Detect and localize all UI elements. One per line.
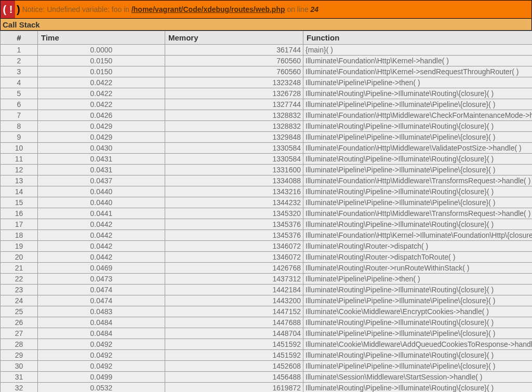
cell-time: 0.0431: [38, 154, 165, 165]
cell-time: 0.0442: [38, 241, 165, 252]
header-time: Time: [38, 31, 165, 45]
cell-function: Illuminate\Pipeline\Pipeline->Illuminate…: [303, 295, 533, 306]
cell-function: Illuminate\Pipeline\Pipeline->Illuminate…: [303, 165, 533, 175]
cell-memory: 1426768: [165, 263, 303, 274]
cell-memory: 1329848: [165, 132, 303, 143]
table-row: 40.04221323248Illuminate\Pipeline\Pipeli…: [1, 77, 533, 88]
cell-function: Illuminate\Pipeline\Pipeline->Illuminate…: [303, 197, 533, 208]
cell-time: 0.0442: [38, 219, 165, 230]
cell-function: Illuminate\Foundation\Http\Middleware\Tr…: [303, 208, 533, 219]
table-row: 20.0150760560Illuminate\Foundation\Http\…: [1, 56, 533, 66]
cell-num: 13: [1, 175, 38, 186]
table-row: 170.04421345376Illuminate\Routing\Pipeli…: [1, 219, 533, 230]
cell-time: 0.0442: [38, 252, 165, 263]
cell-time: 0.0483: [38, 306, 165, 317]
notice-message: Undefined variable: foo in: [47, 5, 129, 13]
cell-time: 0.0474: [38, 295, 165, 306]
cell-num: 19: [1, 241, 38, 252]
cell-function: Illuminate\Routing\Router->runRouteWithi…: [303, 263, 533, 274]
cell-time: 0.0492: [38, 350, 165, 361]
header-function: Function: [303, 31, 533, 45]
cell-time: 0.0440: [38, 186, 165, 197]
cell-memory: 1447152: [165, 306, 303, 317]
cell-function: Illuminate\Foundation\Http\Kernel->Illum…: [303, 230, 533, 241]
cell-function: Illuminate\Foundation\Http\Middleware\Va…: [303, 143, 533, 154]
cell-memory: 1345320: [165, 208, 303, 219]
cell-time: 0.0474: [38, 285, 165, 295]
table-row: 270.04841448704Illuminate\Pipeline\Pipel…: [1, 328, 533, 339]
cell-num: 23: [1, 285, 38, 295]
cell-function: Illuminate\Routing\Router->dispatchToRou…: [303, 252, 533, 263]
cell-time: 0.0422: [38, 99, 165, 110]
cell-time: 0.0437: [38, 175, 165, 186]
notice-bar: ( ! ) Notice: Undefined variable: foo in…: [0, 0, 532, 19]
table-row: 30.0150760560Illuminate\Foundation\Http\…: [1, 66, 533, 77]
cell-memory: 1331600: [165, 165, 303, 175]
table-row: 310.04991456488Illuminate\Session\Middle…: [1, 372, 533, 383]
cell-memory: 1346072: [165, 252, 303, 263]
cell-memory: 1448704: [165, 328, 303, 339]
cell-num: 7: [1, 110, 38, 121]
cell-function: Illuminate\Session\Middleware\StartSessi…: [303, 372, 533, 383]
table-row: 10.0000361744{main}( ): [1, 45, 533, 56]
cell-time: 0.0000: [38, 45, 165, 56]
cell-memory: 1334088: [165, 175, 303, 186]
cell-function: Illuminate\Routing\Pipeline->Illuminate\…: [303, 219, 533, 230]
cell-num: 26: [1, 317, 38, 328]
cell-function: Illuminate\Cookie\Middleware\AddQueuedCo…: [303, 339, 533, 350]
cell-memory: 760560: [165, 56, 303, 66]
cell-memory: 1451592: [165, 350, 303, 361]
cell-num: 28: [1, 339, 38, 350]
cell-num: 27: [1, 328, 38, 339]
table-header-row: # Time Memory Function: [1, 31, 533, 45]
cell-memory: 1442184: [165, 285, 303, 295]
cell-memory: 1437312: [165, 274, 303, 285]
cell-function: Illuminate\Routing\Pipeline->Illuminate\…: [303, 186, 533, 197]
table-row: 90.04291329848Illuminate\Pipeline\Pipeli…: [1, 132, 533, 143]
table-row: 320.05321619872Illuminate\Routing\Pipeli…: [1, 383, 533, 393]
notice-file-link[interactable]: /home/vagrant/Code/xdebug/routes/web.php: [131, 5, 285, 13]
cell-function: Illuminate\Routing\Pipeline->Illuminate\…: [303, 383, 533, 393]
cell-num: 18: [1, 230, 38, 241]
cell-time: 0.0484: [38, 328, 165, 339]
cell-time: 0.0492: [38, 361, 165, 372]
cell-num: 2: [1, 56, 38, 66]
cell-memory: 1443200: [165, 295, 303, 306]
cell-num: 1: [1, 45, 38, 56]
table-row: 160.04411345320Illuminate\Foundation\Htt…: [1, 208, 533, 219]
cell-num: 14: [1, 186, 38, 197]
cell-memory: 1451592: [165, 339, 303, 350]
notice-online: on line: [287, 5, 308, 13]
cell-num: 31: [1, 372, 38, 383]
cell-num: 30: [1, 361, 38, 372]
cell-function: Illuminate\Routing\Pipeline->Illuminate\…: [303, 121, 533, 132]
cell-time: 0.0150: [38, 66, 165, 77]
table-row: 200.04421346072Illuminate\Routing\Router…: [1, 252, 533, 263]
cell-time: 0.0429: [38, 132, 165, 143]
cell-time: 0.0422: [38, 77, 165, 88]
cell-memory: 1346072: [165, 241, 303, 252]
table-row: 300.04921452608Illuminate\Pipeline\Pipel…: [1, 361, 533, 372]
table-row: 100.04301330584Illuminate\Foundation\Htt…: [1, 143, 533, 154]
cell-memory: 361744: [165, 45, 303, 56]
table-row: 190.04421346072Illuminate\Routing\Router…: [1, 241, 533, 252]
cell-num: 4: [1, 77, 38, 88]
table-row: 250.04831447152Illuminate\Cookie\Middlew…: [1, 306, 533, 317]
cell-num: 22: [1, 274, 38, 285]
cell-time: 0.0532: [38, 383, 165, 393]
cell-memory: 1328832: [165, 110, 303, 121]
cell-num: 17: [1, 219, 38, 230]
table-row: 130.04371334088Illuminate\Foundation\Htt…: [1, 175, 533, 186]
cell-num: 5: [1, 88, 38, 99]
table-row: 50.04221326728Illuminate\Routing\Pipelin…: [1, 88, 533, 99]
table-row: 150.04401344232Illuminate\Pipeline\Pipel…: [1, 197, 533, 208]
table-row: 60.04221327744Illuminate\Pipeline\Pipeli…: [1, 99, 533, 110]
table-row: 260.04841447688Illuminate\Routing\Pipeli…: [1, 317, 533, 328]
cell-function: Illuminate\Routing\Pipeline->Illuminate\…: [303, 317, 533, 328]
callstack-table: # Time Memory Function 10.0000361744{mai…: [0, 31, 532, 392]
cell-time: 0.0431: [38, 165, 165, 175]
cell-num: 21: [1, 263, 38, 274]
cell-memory: 1344232: [165, 197, 303, 208]
cell-function: Illuminate\Routing\Pipeline->Illuminate\…: [303, 350, 533, 361]
cell-time: 0.0422: [38, 88, 165, 99]
